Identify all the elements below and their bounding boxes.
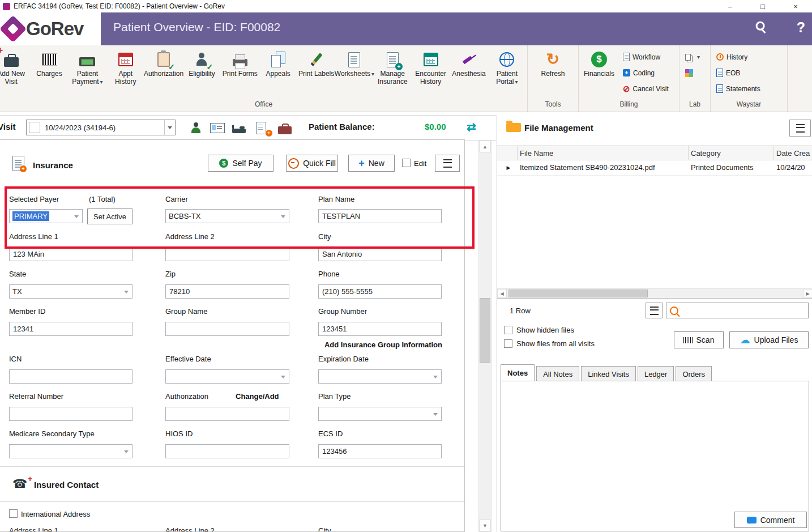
anesthesia-button[interactable]: Anesthesia	[450, 48, 488, 100]
visit-selector[interactable]: 10/24/2023 (34194-6)	[26, 120, 176, 135]
print-forms-button[interactable]: Print Forms	[221, 48, 259, 100]
appeals-button[interactable]: Appeals	[259, 48, 297, 100]
row-selector-icon: ▶	[507, 165, 511, 171]
close-button[interactable]: ×	[779, 0, 812, 12]
id-card-button[interactable]	[208, 120, 226, 135]
category-cell: Printed Documents	[689, 160, 774, 175]
tab-all-notes[interactable]: All Notes	[536, 366, 579, 381]
group-number-input[interactable]	[318, 322, 442, 336]
appt-history-button[interactable]: Appt History	[106, 48, 144, 100]
edit-checkbox[interactable]	[402, 159, 411, 169]
help-button[interactable]: ?	[797, 19, 805, 36]
scan-button[interactable]: Scan	[674, 331, 724, 348]
scroll-up-button[interactable]: ▲	[479, 141, 491, 152]
patient-demographics-button[interactable]	[187, 120, 205, 135]
ribbon-group-tools: ↻ Refresh Tools	[528, 45, 579, 112]
selected-payer-label: Selected Payer	[9, 195, 59, 203]
carrier-combo[interactable]: BCBS-TX	[165, 209, 289, 223]
plan-name-input[interactable]	[318, 209, 442, 223]
patient-balance-label: Patient Balance:	[309, 122, 375, 131]
tab-linked-visits[interactable]: Linked Visits	[581, 366, 636, 381]
icn-input[interactable]	[9, 369, 133, 384]
column-file-name[interactable]: File Name	[518, 146, 689, 160]
show-all-visits-checkbox[interactable]: Show files from all visits	[504, 339, 595, 348]
bed-button[interactable]	[230, 120, 248, 135]
comment-bubble-icon	[747, 517, 757, 524]
lab-grid-button[interactable]	[683, 66, 702, 80]
address2-input[interactable]	[165, 247, 289, 261]
scroll-right-button[interactable]: ▶	[803, 289, 812, 298]
file-row[interactable]: ▶ Itemized Statement SB490-20231024.pdf …	[497, 160, 812, 176]
patient-portal-button[interactable]: Patient Portal▾	[488, 48, 526, 100]
financials-button[interactable]: $ Financials	[580, 48, 618, 100]
expiration-date-combo[interactable]	[318, 369, 442, 384]
new-insurance-button[interactable]: + New	[348, 155, 395, 172]
carrier-value: BCBS-TX	[169, 212, 200, 220]
comment-button[interactable]: Comment	[734, 512, 807, 528]
encounter-history-button[interactable]: Encounter History	[412, 48, 450, 100]
plan-type-combo[interactable]	[318, 407, 442, 421]
tab-orders[interactable]: Orders	[676, 366, 712, 381]
horizontal-scrollbar[interactable]: ◀ ▶	[497, 288, 812, 298]
scrollbar-thumb[interactable]	[508, 290, 648, 297]
minimize-button[interactable]: –	[713, 0, 746, 12]
worksheets-button[interactable]: Worksheets▾	[335, 48, 373, 100]
vertical-scrollbar[interactable]: ▲ ▼	[478, 140, 492, 532]
print-labels-button[interactable]: Print Labels	[297, 48, 335, 100]
coding-button[interactable]: + Coding	[621, 66, 671, 80]
tab-ledger[interactable]: Ledger	[638, 366, 674, 381]
history-button[interactable]: History	[714, 50, 763, 64]
hios-id-input[interactable]	[165, 444, 289, 458]
ribbon-group-label-waystar: Waystar	[711, 100, 787, 112]
state-combo[interactable]: TX	[9, 284, 133, 299]
member-id-input[interactable]	[9, 322, 133, 336]
manage-insurance-button[interactable]: + Manage Insurance	[374, 48, 412, 100]
ecs-id-input[interactable]	[318, 444, 442, 458]
self-pay-button[interactable]: $ Self Pay	[208, 155, 273, 172]
workflow-button[interactable]: Workflow	[621, 50, 671, 64]
quick-fill-button[interactable]: Quick Fill	[286, 155, 338, 172]
case-button[interactable]	[276, 120, 294, 135]
show-hidden-files-checkbox[interactable]: Show hidden files	[504, 326, 574, 334]
effective-date-combo[interactable]	[165, 369, 289, 384]
add-new-visit-button[interactable]: + Add New Visit	[0, 48, 30, 100]
authorization-button[interactable]: ✓ Authorization	[144, 48, 182, 100]
scrollbar-thumb[interactable]	[480, 298, 490, 363]
copy-icon	[685, 54, 691, 61]
insurance-doc-button[interactable]: +	[252, 120, 270, 135]
patient-payment-button[interactable]: Patient Payment▾	[69, 48, 106, 100]
scroll-down-button[interactable]: ▼	[479, 520, 491, 531]
authorization-change-add-link[interactable]: Change/Add	[236, 392, 279, 401]
file-search-input[interactable]	[682, 304, 808, 317]
selected-payer-combo[interactable]: PRIMARY	[9, 209, 83, 223]
refresh-button[interactable]: ↻ Refresh	[529, 48, 577, 100]
column-date-created[interactable]: Date Crea	[774, 146, 812, 160]
charges-button[interactable]: Charges	[30, 48, 68, 100]
insurance-menu-button[interactable]	[435, 155, 460, 172]
zip-input[interactable]	[165, 284, 289, 299]
eligibility-button[interactable]: ✓ Eligibility	[183, 48, 221, 100]
medicare-secondary-combo[interactable]	[9, 444, 133, 458]
sync-icon[interactable]: ⇄	[467, 120, 476, 134]
authorization-input[interactable]	[165, 407, 289, 421]
international-address-checkbox[interactable]	[9, 509, 18, 520]
city-input[interactable]	[318, 247, 442, 261]
tab-notes[interactable]: Notes	[501, 364, 535, 381]
column-category[interactable]: Category	[689, 146, 774, 160]
maximize-button[interactable]: □	[746, 0, 779, 12]
button-label: Anesthesia	[452, 70, 485, 78]
phone-input[interactable]	[318, 284, 442, 299]
group-name-input[interactable]	[165, 322, 289, 336]
cancel-visit-button[interactable]: ⊘ Cancel Visit	[621, 82, 671, 96]
lab-copy-dropdown-button[interactable]: ▾	[683, 50, 702, 64]
key-icon[interactable]	[751, 19, 771, 38]
set-active-button[interactable]: Set Active	[87, 208, 133, 224]
eob-button[interactable]: EOB	[714, 66, 763, 80]
file-list-menu-button[interactable]	[646, 303, 663, 318]
address1-input[interactable]	[9, 247, 133, 261]
scroll-left-button[interactable]: ◀	[497, 289, 507, 298]
file-management-menu-button[interactable]	[789, 120, 811, 137]
upload-files-button[interactable]: ☁ Upload Files	[729, 331, 809, 348]
referral-number-input[interactable]	[9, 407, 133, 421]
statements-button[interactable]: Statements	[714, 82, 763, 96]
